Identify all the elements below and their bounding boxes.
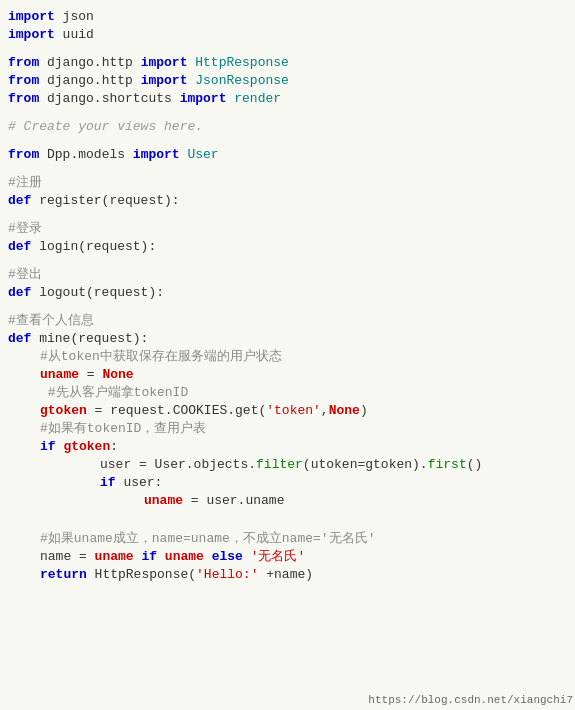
code-line-23: #从token中获取保存在服务端的用户状态 (0, 348, 575, 366)
code-line-comment: # Create your views here. (0, 118, 575, 136)
code-line-13: def register(request): (0, 192, 575, 210)
keyword-import: import (180, 90, 227, 108)
keyword-import: import (8, 26, 55, 44)
code-line-5: from django.http import JsonResponse (0, 72, 575, 90)
code-line-30: if user: (0, 474, 575, 492)
keyword-else: else (212, 548, 243, 566)
code-line-empty (0, 44, 575, 54)
code-line-zh4: #查看个人信息 (0, 312, 575, 330)
keyword-import: import (141, 72, 188, 90)
code-line-26: gtoken = request.COOKIES.get( 'token' , … (0, 402, 575, 420)
keyword-import: import (141, 54, 188, 72)
keyword-from: from (8, 54, 39, 72)
code-line-19: def logout(request): (0, 284, 575, 302)
code-line-25: #先从客户端拿tokenID (0, 384, 575, 402)
code-line-27: #如果有tokenID，查用户表 (0, 420, 575, 438)
keyword-from: from (8, 72, 39, 90)
code-line-empty (0, 520, 575, 530)
code-line-empty (0, 302, 575, 312)
code-line-empty (0, 108, 575, 118)
keyword-import: import (133, 146, 180, 164)
code-line-zh3: #登出 (0, 266, 575, 284)
keyword-if: if (100, 474, 116, 492)
code-line-22: def mine(request): (0, 330, 575, 348)
code-line-empty (0, 164, 575, 174)
keyword-return: return (40, 566, 87, 584)
code-line-35: name = uname if uname else '无名氏' (0, 548, 575, 566)
code-line-zh2: #登录 (0, 220, 575, 238)
code-line-6: from django.shortcuts import render (0, 90, 575, 108)
keyword-def: def (8, 330, 31, 348)
keyword-def: def (8, 238, 31, 256)
code-line-4: from django.http import HttpResponse (0, 54, 575, 72)
url-watermark: https://blog.csdn.net/xiangchi7 (368, 694, 573, 706)
code-line-16: def login(request): (0, 238, 575, 256)
code-line-24: uname = None (0, 366, 575, 384)
keyword-from: from (8, 146, 39, 164)
code-line-36: return HttpResponse( 'Hello:' +name) (0, 566, 575, 584)
keyword-def: def (8, 192, 31, 210)
code-line-29: user = User.objects. filter (utoken=gtok… (0, 456, 575, 474)
code-line-empty (0, 256, 575, 266)
code-line-28: if gtoken : (0, 438, 575, 456)
keyword-from: from (8, 90, 39, 108)
keyword-import: import (8, 8, 55, 26)
code-line-empty (0, 510, 575, 520)
keyword-if: if (141, 548, 157, 566)
code-line-empty (0, 136, 575, 146)
code-editor: import json import uuid from django.http… (0, 0, 575, 710)
code-line-34: #如果uname成立，name=uname，不成立name='无名氏' (0, 530, 575, 548)
code-line-1: import json (0, 8, 575, 26)
code-line-empty (0, 210, 575, 220)
keyword-def: def (8, 284, 31, 302)
code-line-2: import uuid (0, 26, 575, 44)
code-line-10: from Dpp.models import User (0, 146, 575, 164)
keyword-if: if (40, 438, 56, 456)
code-line-31: uname = user.uname (0, 492, 575, 510)
code-line-zh1: #注册 (0, 174, 575, 192)
